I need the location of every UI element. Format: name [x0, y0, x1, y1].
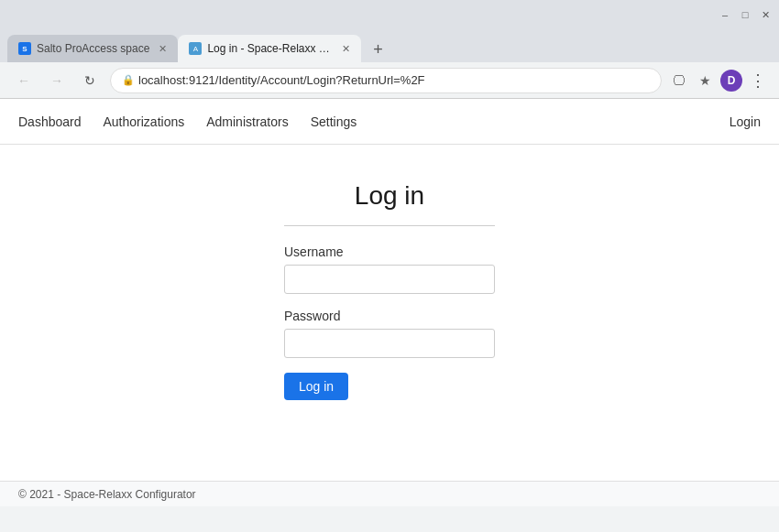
footer-text: © 2021 - Space-Relaxx Configurator — [18, 488, 196, 501]
password-group: Password — [284, 309, 495, 358]
username-group: Username — [284, 244, 495, 294]
submit-button[interactable]: Log in — [284, 373, 348, 400]
form-title: Log in — [284, 181, 495, 211]
main-content: Log in Username Password Log in — [0, 145, 779, 481]
form-divider — [284, 225, 495, 226]
nav-dashboard[interactable]: Dashboard — [18, 114, 82, 129]
footer: © 2021 - Space-Relaxx Configurator — [0, 481, 779, 506]
username-label: Username — [284, 244, 495, 259]
reload-button[interactable]: ↻ — [77, 68, 103, 93]
nav-authorizations[interactable]: Authorizations — [104, 114, 185, 129]
address-bar[interactable]: 🔒 localhost:9121/Identity/Account/Login?… — [110, 68, 662, 93]
login-form: Log in Username Password Log in — [284, 181, 495, 400]
login-tab-label: Log in - Space-Relaxx Configurati... — [207, 42, 333, 55]
navbar: Dashboard Authorizations Administrators … — [0, 99, 779, 145]
new-tab-button[interactable]: + — [365, 37, 390, 62]
login-tab-close[interactable]: ✕ — [342, 43, 350, 55]
password-input[interactable] — [284, 329, 495, 358]
address-text: localhost:9121/Identity/Account/Login?Re… — [138, 73, 425, 87]
bookmark-icon[interactable]: ★ — [695, 71, 715, 91]
nav-settings[interactable]: Settings — [311, 114, 357, 129]
tab-login[interactable]: A Log in - Space-Relaxx Configurati... ✕ — [178, 35, 361, 62]
browser-menu-icon[interactable]: ⋮ — [748, 71, 768, 91]
login-tab-icon: A — [189, 42, 202, 55]
back-button[interactable]: ← — [11, 68, 37, 93]
cast-icon[interactable]: 🖵 — [669, 71, 689, 91]
nav-login[interactable]: Login — [730, 114, 761, 129]
nav-administrators[interactable]: Administrators — [206, 114, 288, 129]
minimize-button[interactable]: – — [719, 8, 731, 21]
security-lock-icon: 🔒 — [122, 74, 135, 86]
close-button[interactable]: ✕ — [759, 8, 772, 21]
nav-links: Dashboard Authorizations Administrators … — [18, 114, 730, 129]
tab-salto[interactable]: S Salto ProAccess space ✕ — [7, 35, 178, 62]
salto-tab-icon: S — [18, 42, 31, 55]
username-input[interactable] — [284, 265, 495, 294]
maximize-button[interactable]: □ — [739, 8, 752, 21]
profile-icon[interactable]: D — [720, 70, 742, 92]
salto-tab-label: Salto ProAccess space — [37, 42, 149, 55]
forward-button[interactable]: → — [44, 68, 70, 93]
password-label: Password — [284, 309, 495, 323]
salto-tab-close[interactable]: ✕ — [159, 43, 167, 55]
